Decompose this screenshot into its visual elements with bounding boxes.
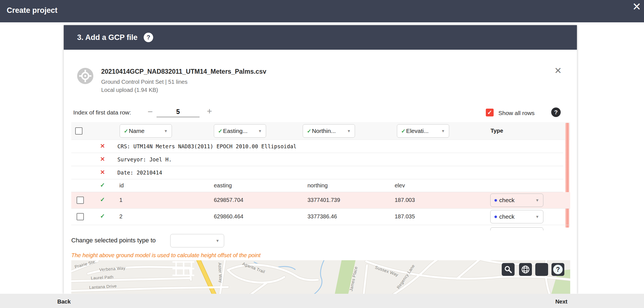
map-canvas (71, 260, 570, 294)
gcp-map[interactable]: Prairie Ste. Verbena Way Laurel Path Lan… (71, 260, 570, 294)
invalid-x-icon: ✕ (100, 143, 105, 149)
invalid-x-icon: ✕ (100, 156, 105, 163)
cell-elev: 187.035 (395, 213, 415, 220)
map-search-button[interactable] (502, 263, 515, 276)
invalid-x-icon: ✕ (100, 169, 105, 176)
row-text: Surveyor: Joel H. (117, 156, 172, 163)
next-button[interactable]: Next (553, 297, 570, 306)
table-row-crs: ✕ CRS: UTM14N Meters NAD83(2011) EPOCH 2… (71, 140, 563, 153)
row-text: Date: 20210414 (117, 169, 162, 176)
column-label: Northin... (312, 128, 336, 134)
type-value: check (499, 213, 515, 220)
row-text: CRS: UTM14N Meters NAD83(2011) EPOCH 201… (117, 143, 297, 149)
cell-easting: 629857.704 (214, 197, 243, 203)
cell-elev: 187.003 (395, 197, 415, 203)
help-icon: ? (553, 265, 563, 274)
column-label: Name (129, 128, 145, 134)
valid-check-icon: ✓ (100, 196, 105, 203)
dialog-title: Create project (7, 6, 58, 15)
cell-id: 2 (119, 213, 122, 220)
cell-easting: 629860.464 (214, 213, 243, 220)
column-select-northing[interactable]: ✓ Northin... ▼ (303, 124, 355, 138)
cell-northing: 3377386.46 (307, 213, 337, 220)
remove-file-icon[interactable]: ✕ (554, 65, 562, 76)
valid-check-icon: ✓ (401, 128, 406, 134)
dialog-footer: Back Next (0, 294, 644, 308)
chevron-down-icon: ▼ (216, 238, 219, 243)
cell-id: id (119, 182, 124, 189)
table-row-column-labels: ✓ id easting northing elev (71, 179, 563, 192)
type-select[interactable]: check ▼ (490, 210, 543, 223)
dialog-titlebar: Create project ✕ (0, 0, 644, 22)
height-offset-note: The height above ground model is used to… (71, 252, 261, 259)
map-basemap-globe-button[interactable] (519, 263, 532, 276)
file-type-line: Ground Control Point Set | 51 lines (101, 79, 188, 85)
gcp-preview-table: ✓ Name ▼ ✓ Easting... ▼ ✓ Northin... ▼ ✓… (71, 122, 570, 230)
chevron-down-icon: ▼ (258, 129, 262, 133)
type-value: check (499, 197, 515, 204)
valid-check-icon: ✓ (100, 213, 105, 219)
column-select-name[interactable]: ✓ Name ▼ (120, 124, 172, 138)
index-first-row-input[interactable] (157, 107, 200, 117)
table-row-point-2: ✓ 2 629860.464 3377386.46 187.035 check … (71, 209, 570, 225)
chevron-down-icon: ▼ (535, 214, 539, 219)
check-point-dot-icon (494, 216, 497, 218)
valid-check-icon: ✓ (100, 182, 105, 188)
step-header: 3. Add a GCP file ? (64, 25, 577, 50)
column-label: Elevati... (406, 128, 429, 134)
bulk-type-select[interactable]: ▼ (170, 234, 224, 247)
search-icon (504, 265, 512, 274)
table-row-date: ✕ Date: 20210414 (71, 166, 563, 179)
index-first-row-label: Index of first data row: (73, 109, 131, 116)
type-select[interactable]: check ▼ (490, 194, 543, 207)
column-select-easting[interactable]: ✓ Easting... ▼ (214, 124, 266, 138)
show-all-rows-help-icon[interactable]: ? (551, 108, 561, 117)
map-layers-button[interactable] (535, 263, 548, 276)
chevron-down-icon: ▼ (441, 129, 445, 133)
gcp-target-icon (77, 68, 93, 84)
close-icon[interactable]: ✕ (632, 1, 641, 13)
cell-id: 1 (119, 197, 122, 203)
index-decrement-button[interactable]: − (148, 107, 153, 116)
index-increment-button[interactable]: + (207, 107, 212, 116)
valid-check-icon: ✓ (124, 128, 128, 134)
globe-icon (521, 265, 530, 274)
row-checkbox[interactable] (77, 197, 84, 204)
create-project-dialog: Create project ✕ 3. Add a GCP file ? 202… (0, 0, 644, 308)
table-row-surveyor: ✕ Surveyor: Joel H. (71, 153, 563, 166)
table-row-partial (71, 225, 570, 230)
step-help-icon[interactable]: ? (144, 33, 153, 42)
valid-check-icon: ✓ (218, 128, 222, 134)
show-all-rows-checkbox[interactable]: ✓ (486, 109, 494, 116)
check-point-dot-icon (494, 199, 497, 202)
step-title: 3. Add a GCP file (77, 33, 138, 42)
show-all-rows-label: Show all rows (498, 110, 535, 116)
gcp-file-icon (77, 68, 93, 84)
select-all-checkbox[interactable] (75, 127, 82, 135)
column-label: Easting... (223, 128, 248, 134)
chevron-down-icon: ▼ (535, 198, 539, 202)
type-column-header: Type (491, 128, 503, 134)
file-name: 20210414GCP_NAD832011_UTM14_Meters_Palms… (101, 68, 266, 75)
valid-check-icon: ✓ (307, 128, 311, 134)
table-header-row: ✓ Name ▼ ✓ Easting... ▼ ✓ Northin... ▼ ✓… (71, 122, 570, 140)
type-select[interactable] (490, 227, 543, 230)
table-row-point-1: ✓ 1 629857.704 3377401.739 187.003 check… (71, 192, 570, 209)
cell-northing: 3377401.739 (307, 197, 340, 203)
chevron-down-icon: ▼ (347, 129, 351, 133)
column-select-elevation[interactable]: ✓ Elevati... ▼ (397, 124, 449, 138)
row-checkbox[interactable] (77, 213, 84, 220)
back-button[interactable]: Back (55, 297, 73, 306)
chevron-down-icon: ▼ (164, 129, 168, 133)
bulk-change-label: Change selected points type to (71, 237, 156, 244)
cell-northing: northing (307, 182, 328, 189)
cell-easting: easting (214, 182, 232, 189)
cell-elev: elev (395, 182, 405, 189)
map-help-button[interactable]: ? (551, 263, 564, 276)
file-source-line: Local upload (1.94 KB) (101, 87, 158, 93)
